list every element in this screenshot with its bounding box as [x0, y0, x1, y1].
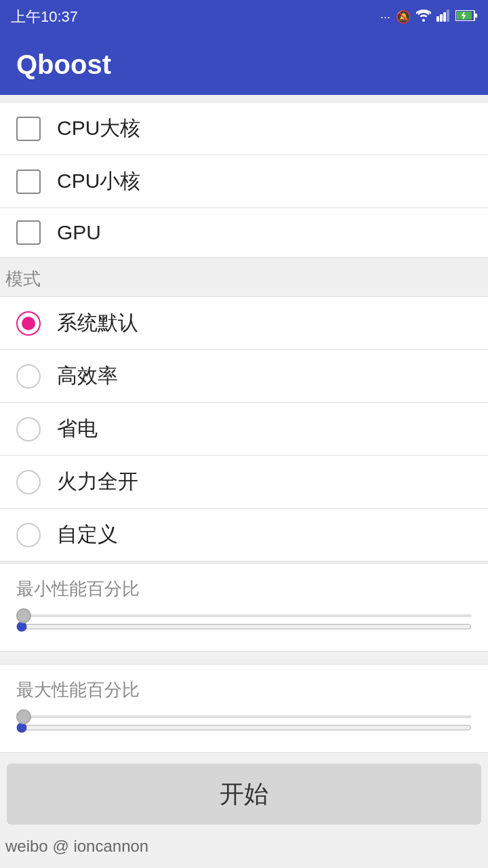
radio-item-save[interactable]: 省电	[0, 403, 488, 456]
checkbox-label-cpu-big: CPU大核	[57, 115, 140, 142]
min-slider-track	[16, 614, 472, 617]
radio-item-fullpower[interactable]: 火力全开	[0, 456, 488, 509]
max-slider-input[interactable]	[16, 722, 472, 733]
radio-mode-save[interactable]	[16, 417, 41, 441]
radio-item-higheff[interactable]: 高效率	[0, 350, 488, 403]
radio-container: 系统默认 高效率 省电 火力全开 自定义	[0, 296, 488, 561]
min-slider-title: 最小性能百分比	[16, 577, 472, 601]
checkbox-item-cpu-big[interactable]: CPU大核	[0, 102, 488, 155]
checkbox-label-gpu: GPU	[57, 221, 101, 244]
min-slider-section: 最小性能百分比	[0, 563, 488, 652]
start-button[interactable]: 开始	[7, 764, 481, 825]
svg-rect-6	[475, 14, 477, 18]
sliders-container: 最小性能百分比 最大性能百分比	[0, 563, 488, 753]
max-slider-container	[16, 715, 472, 718]
footer-text: weibo @ ioncannon	[5, 837, 148, 855]
svg-rect-0	[436, 16, 439, 22]
dots-icon: ···	[380, 10, 390, 24]
radio-mode-fullpower[interactable]	[16, 470, 41, 494]
wifi-icon	[416, 9, 431, 25]
footer: weibo @ ioncannon	[0, 825, 488, 868]
slider-gap	[0, 652, 488, 663]
radio-mode-default[interactable]	[16, 311, 41, 336]
checkbox-item-cpu-small[interactable]: CPU小核	[0, 155, 488, 208]
main-content: CPU大核 CPU小核 GPU 模式 系统默认 高效率 省电 火力全开	[0, 95, 488, 868]
status-icons: ··· 🔕	[380, 9, 477, 25]
mute-icon: 🔕	[396, 9, 411, 24]
min-slider-thumb	[16, 608, 31, 623]
radio-label-higheff: 高效率	[57, 362, 118, 390]
radio-item-default[interactable]: 系统默认	[0, 296, 488, 350]
min-slider-input[interactable]	[16, 621, 472, 632]
checkboxes-container: CPU大核 CPU小核 GPU	[0, 102, 488, 258]
max-slider-section: 最大性能百分比	[0, 664, 488, 753]
max-slider-track	[16, 715, 472, 718]
start-btn-container: 开始	[0, 764, 488, 825]
app-title: Qboost	[16, 50, 111, 80]
checkbox-cpu-big[interactable]	[16, 117, 41, 141]
radio-item-custom[interactable]: 自定义	[0, 509, 488, 561]
radio-label-save: 省电	[57, 415, 98, 443]
min-slider-container	[16, 614, 472, 617]
svg-rect-3	[447, 9, 449, 22]
battery-icon	[455, 10, 477, 24]
signal-icon	[436, 9, 450, 25]
checkbox-item-gpu[interactable]: GPU	[0, 208, 488, 258]
radio-label-custom: 自定义	[57, 521, 118, 549]
max-slider-thumb	[16, 709, 31, 724]
radio-mode-custom[interactable]	[16, 523, 41, 547]
max-slider-title: 最大性能百分比	[16, 678, 472, 702]
radio-mode-higheff[interactable]	[16, 364, 41, 389]
radio-label-fullpower: 火力全开	[57, 468, 138, 496]
radio-label-default: 系统默认	[57, 309, 138, 337]
status-time: 上午10:37	[11, 7, 78, 27]
checkbox-cpu-small[interactable]	[16, 170, 41, 194]
status-bar: 上午10:37 ··· 🔕	[0, 0, 488, 34]
svg-rect-1	[440, 14, 443, 22]
checkbox-gpu[interactable]	[16, 220, 41, 245]
app-bar: Qboost	[0, 34, 488, 95]
checkbox-label-cpu-small: CPU小核	[57, 167, 140, 195]
svg-rect-2	[443, 12, 446, 22]
mode-section-header: 模式	[0, 258, 488, 296]
